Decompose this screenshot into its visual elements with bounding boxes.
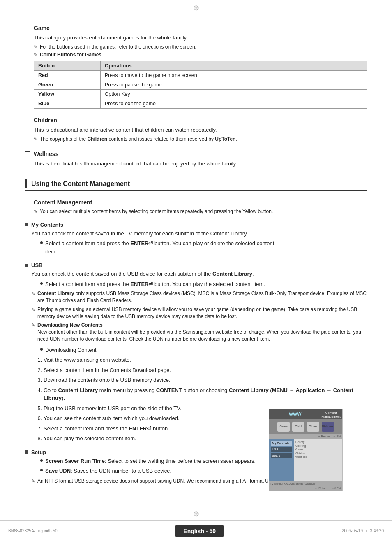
content-mgmt-note-text: You can select multiple content items by… <box>40 208 273 215</box>
list-item: Downloading Content <box>40 346 367 354</box>
my-contents-title: My Contents <box>31 222 63 228</box>
game-note2-label: Colour Buttons for Games <box>40 51 101 58</box>
children-section: Children This is educational and interac… <box>25 117 367 142</box>
children-note: ✎ The copyrights of the Children content… <box>34 136 367 143</box>
bullet-dot-icon-dl <box>40 348 43 351</box>
usb-title: USB <box>31 262 42 268</box>
image-main-area: My Contents USB Setup Gallery Cooking Ga… <box>269 439 342 481</box>
list-item: Download the contents onto the USB memor… <box>44 376 367 384</box>
list-item: Select a content item and press the ENTE… <box>40 280 367 288</box>
children-title: Children <box>34 117 57 123</box>
bullet-dot-icon <box>40 241 43 244</box>
game-description: This category provides entertainment gam… <box>34 34 367 42</box>
game-body: This category provides entertainment gam… <box>34 34 367 109</box>
wellness-section: Wellness This is beneficial health manag… <box>25 151 367 168</box>
content-mgmt-title: Content Management <box>34 199 92 206</box>
downloading-content-list: Downloading Content <box>40 346 367 354</box>
usb-bullet-text: Select a content item and press the ENTE… <box>45 280 265 288</box>
img-icon-game: Game <box>277 422 290 432</box>
checkbox-icon-contentmgmt <box>25 200 30 205</box>
table-cell-yellow-op: Option Key <box>100 90 367 99</box>
footer-right: 2009-05-19 □□ 3:43:20 <box>342 529 384 533</box>
setup-title: Setup <box>31 449 46 455</box>
note-icon-usb3: ✎ <box>31 322 35 328</box>
using-content-mgmt-section: Using the Content Management Content Man… <box>25 179 367 485</box>
table-cell-green-op: Press to pause the game <box>100 80 367 90</box>
bullet-dot-icon-setup2 <box>40 469 43 471</box>
table-cell-red-op: Press to move to the game home screen <box>100 71 367 80</box>
note-icon-children: ✎ <box>34 136 37 142</box>
table-header-operations: Operations <box>100 61 367 71</box>
content-mgmt-note: ✎ You can select multiple content items … <box>34 208 285 215</box>
bullet-dot-icon-usb <box>40 282 43 285</box>
my-contents-heading: My Contents <box>25 222 285 228</box>
my-contents-body: You can check the content saved in the T… <box>31 230 285 256</box>
table-cell-blue-op: Press to exit the game <box>100 99 367 109</box>
image-top-bar: www ContentManagement <box>269 409 342 419</box>
usb-bullets: Select a content item and press the ENTE… <box>40 280 367 288</box>
usb-description: You can check the content saved on the U… <box>31 270 367 278</box>
section-bar-icon <box>25 179 27 188</box>
table-row: Green Press to pause the game <box>34 80 367 90</box>
table-cell-yellow: Yellow <box>34 90 101 99</box>
image-icons-row: Game Child Others Wellness <box>269 419 342 434</box>
my-contents-description: You can check the content saved in the T… <box>31 230 285 238</box>
game-note2: ✎ Colour Buttons for Games <box>34 51 367 58</box>
usb-note2-text: Playing a game using an external USB mem… <box>37 306 367 320</box>
game-section: Game This category provides entertainmen… <box>25 25 367 109</box>
filled-square-icon-setup <box>25 450 28 454</box>
img-icon-active: Wellness <box>322 422 334 432</box>
usb-note3-text: Downloading New Contents New content oth… <box>37 322 367 342</box>
table-cell-green: Green <box>34 80 101 90</box>
wellness-body: This is beneficial health management con… <box>34 160 367 168</box>
table-cell-blue: Blue <box>34 99 101 109</box>
img-icon-children: Child <box>292 422 304 432</box>
footer-center: English - 50 <box>175 525 224 537</box>
list-item: Go to Content Library main menu by press… <box>44 386 367 402</box>
checkbox-icon-wellness <box>25 151 30 157</box>
children-heading: Children <box>25 117 367 123</box>
children-note-text: The copyrights of the Children contents … <box>40 136 237 143</box>
setup-bullet1: Screen Saver Run Time: Select to set the… <box>45 457 256 465</box>
wellness-heading: Wellness <box>25 151 367 157</box>
usb-note2: ✎ Playing a game using an external USB m… <box>31 306 367 320</box>
table-row: Red Press to move to the game home scree… <box>34 71 367 80</box>
filled-square-icon <box>25 223 28 226</box>
crosshair-bottom-icon: ⊕ <box>193 509 199 518</box>
big-section-header: Using the Content Management <box>25 179 367 191</box>
game-note1-text: For the buttons used in the games, refer… <box>40 44 196 51</box>
note-icon-setup: ✎ <box>31 478 35 484</box>
image-right-area: Gallery Cooking Game Children Wellness <box>294 439 342 481</box>
content-mgmt-image: www ContentManagement Game Child Others … <box>269 409 343 491</box>
list-item: Select a content item and press the ENTE… <box>40 239 285 255</box>
my-contents-bullets: Select a content item and press the ENTE… <box>40 239 285 255</box>
game-note1: ✎ For the buttons used in the games, ref… <box>34 44 367 51</box>
wellness-description: This is beneficial health management con… <box>34 160 367 168</box>
note-icon-usb2: ✎ <box>31 306 35 313</box>
content-mgmt-body: ✎ You can select multiple content items … <box>34 208 285 215</box>
colour-buttons-table: Button Operations Red Press to move to t… <box>34 61 367 109</box>
big-section-title: Using the Content Management <box>31 180 130 188</box>
note-icon-usb1: ✎ <box>31 290 35 297</box>
table-row: Blue Press to exit the game <box>34 99 367 109</box>
note-icon-2: ✎ <box>34 52 37 58</box>
list-item: Visit the www.samsung.com website. <box>44 356 367 364</box>
list-item: Select a content item in the Contents Do… <box>44 366 367 374</box>
usb-note1-text: Content Library only supports USB Mass S… <box>37 290 367 304</box>
image-menu-item-usb: USB <box>271 447 292 452</box>
footer-left: BN68-02325A-Eng.indb 50 <box>8 529 58 533</box>
my-contents-bullet: Select a content item and press the ENTE… <box>45 239 285 255</box>
content-mgmt-subsection: Content Management ✎ You can select mult… <box>25 199 285 215</box>
tv-memory-label: TV Memory: 6.5MB 98MB Available <box>270 482 315 485</box>
page-footer: BN68-02325A-Eng.indb 50 English - 50 200… <box>0 520 392 541</box>
bullet-dot-icon-setup1 <box>40 459 43 462</box>
content-mgmt-layout: Content Management ✎ You can select mult… <box>25 199 367 443</box>
filled-square-icon-usb <box>25 264 28 267</box>
setup-bullet2: Save UDN: Saves the UDN number to a USB … <box>45 467 171 475</box>
note-icon-contentmgmt: ✎ <box>34 209 37 215</box>
my-contents-section: My Contents You can check the content sa… <box>25 222 285 256</box>
note-icon-1: ✎ <box>34 44 37 50</box>
wellness-title: Wellness <box>34 151 58 157</box>
game-title: Game <box>34 25 50 31</box>
table-cell-red: Red <box>34 71 101 80</box>
